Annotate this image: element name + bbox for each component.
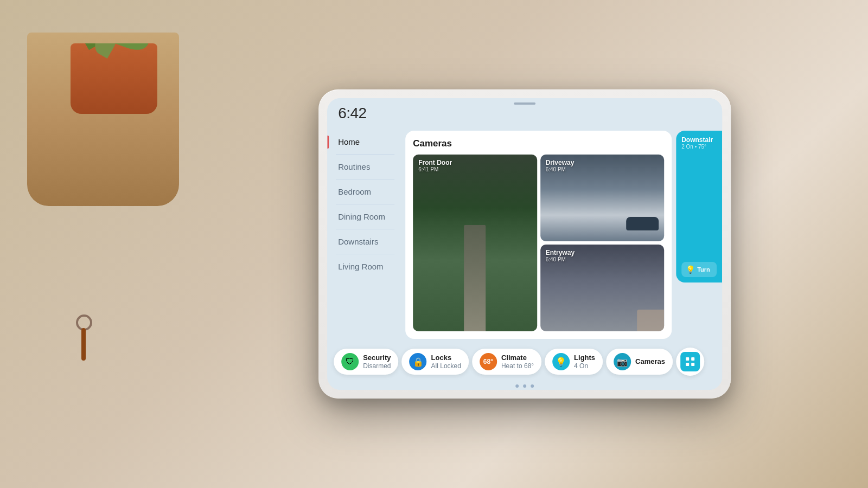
lights-icon: 💡 xyxy=(552,353,570,370)
leaf xyxy=(91,43,120,59)
plant-foliage xyxy=(71,43,157,76)
keys xyxy=(65,314,108,380)
main-content: Home Routines Bedroom Dining Room xyxy=(327,126,722,343)
security-icon: 🛡 xyxy=(341,353,359,370)
tablet-outer: 6:42 Home Routines Bedroom xyxy=(318,89,731,399)
time-display: 6:42 xyxy=(338,105,367,122)
sidebar: Home Routines Bedroom Dining Room xyxy=(327,126,403,343)
downstairs-card-title: Downstair xyxy=(681,136,717,144)
lights-text: Lights 4 On xyxy=(574,354,595,370)
sidebar-item-home[interactable]: Home xyxy=(327,132,403,152)
svg-rect-1 xyxy=(691,357,694,361)
camera-feed-driveway[interactable]: Driveway 6:40 PM xyxy=(540,155,664,241)
tablet-screen: 6:42 Home Routines Bedroom xyxy=(327,98,722,390)
sidebar-item-dining-room[interactable]: Dining Room xyxy=(327,207,403,227)
feed-overlay xyxy=(413,155,537,331)
tablet-device: 6:42 Home Routines Bedroom xyxy=(318,89,731,399)
sidebar-item-bedroom[interactable]: Bedroom xyxy=(327,182,403,202)
camera-feed-entryway[interactable]: Entryway 6:40 PM xyxy=(540,245,664,331)
status-bar: 🛡 Security Disarmed 🔒 Locks All Locked xyxy=(327,343,722,380)
sidebar-divider xyxy=(336,179,394,179)
downstairs-card[interactable]: Downstair 2 On • 75° 💡 Turn xyxy=(676,131,722,282)
locks-pill[interactable]: 🔒 Locks All Locked xyxy=(402,349,469,375)
camera-label-entryway: Entryway 6:40 PM xyxy=(546,249,575,262)
cameras-card: Cameras Front Door 6:41 PM xyxy=(405,131,672,339)
sidebar-divider xyxy=(336,254,394,254)
locks-icon: 🔒 xyxy=(410,353,427,370)
drag-handle xyxy=(514,102,535,105)
grid-icon xyxy=(680,352,700,371)
sidebar-item-downstairs[interactable]: Downstairs xyxy=(327,232,403,252)
cameras-section-title: Cameras xyxy=(413,138,664,149)
turn-on-label: Turn xyxy=(697,266,710,273)
page-dot-2 xyxy=(523,384,526,388)
key-strap xyxy=(81,328,86,361)
locks-text: Locks All Locked xyxy=(431,354,461,370)
climate-icon: 68° xyxy=(480,353,497,370)
cameras-status-text: Cameras xyxy=(635,357,665,366)
camera-feed-front-door[interactable]: Front Door 6:41 PM xyxy=(413,155,537,331)
page-dot-1 xyxy=(515,384,519,388)
camera-grid: Front Door 6:41 PM Driveway 6:40 PM xyxy=(413,155,664,331)
turn-on-button[interactable]: 💡 Turn xyxy=(681,262,717,277)
sidebar-divider xyxy=(336,204,394,204)
camera-section: Cameras Front Door 6:41 PM xyxy=(403,126,676,343)
svg-rect-2 xyxy=(686,363,689,366)
camera-label-front-door: Front Door 6:41 PM xyxy=(418,159,452,172)
sidebar-divider xyxy=(336,154,394,155)
wooden-shelf xyxy=(27,33,179,206)
svg-rect-3 xyxy=(691,363,694,366)
sidebar-divider xyxy=(336,229,394,229)
downstairs-card-subtitle: 2 On • 75° xyxy=(681,144,717,150)
cameras-pill[interactable]: 📷 Cameras xyxy=(606,349,673,375)
header-bar: 6:42 xyxy=(327,98,722,126)
camera-label-driveway: Driveway 6:40 PM xyxy=(546,159,575,172)
plant-pot xyxy=(71,43,157,114)
security-pill[interactable]: 🛡 Security Disarmed xyxy=(334,349,398,375)
security-text: Security Disarmed xyxy=(363,354,391,370)
climate-pill[interactable]: 68° Climate Heat to 68° xyxy=(472,349,541,375)
grid-pill[interactable] xyxy=(676,348,704,376)
page-dot-3 xyxy=(531,384,534,388)
sidebar-item-living-room[interactable]: Living Room xyxy=(327,256,403,277)
cameras-status-icon: 📷 xyxy=(614,353,631,370)
page-dots xyxy=(327,380,722,390)
lights-pill[interactable]: 💡 Lights 4 On xyxy=(545,349,603,375)
leaf xyxy=(111,43,152,54)
climate-text: Climate Heat to 68° xyxy=(501,354,534,370)
right-panel: Downstair 2 On • 75° 💡 Turn xyxy=(676,126,722,343)
sidebar-item-routines[interactable]: Routines xyxy=(327,157,403,177)
plant-decoration xyxy=(0,0,206,488)
svg-rect-0 xyxy=(686,357,689,361)
